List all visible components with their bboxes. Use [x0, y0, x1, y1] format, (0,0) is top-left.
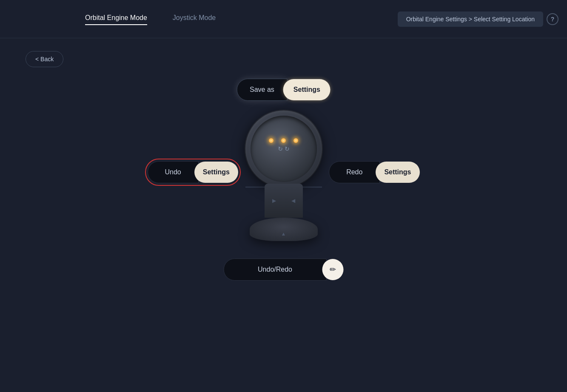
- nav-tabs: Orbital Engine Mode Joystick Mode: [85, 14, 216, 24]
- tab-orbital-engine-mode[interactable]: Orbital Engine Mode: [85, 14, 147, 24]
- joystick-neck: ▶ ◀: [265, 184, 303, 218]
- joystick-control-area: Save as Settings ↺ ↻: [135, 77, 433, 298]
- undo-settings-button[interactable]: Undo Settings: [148, 161, 238, 183]
- save-as-settings-label: Settings: [283, 79, 331, 100]
- joystick-base: ▲: [250, 218, 318, 241]
- arrow-right-curve: ↻: [285, 145, 290, 152]
- undo-redo-label: Undo/Redo: [223, 258, 327, 281]
- main-content: < Back Save as Settings: [0, 38, 567, 392]
- joystick-light-right: [293, 138, 298, 143]
- breadcrumb-area: Orbital Engine Settings > Select Setting…: [398, 11, 558, 27]
- help-icon[interactable]: ?: [547, 13, 558, 25]
- joystick-lights: [245, 138, 322, 143]
- joystick-visual: ↺ ↻ ▶ ◀ ▲: [237, 111, 331, 247]
- undo-label: Undo: [148, 161, 199, 183]
- joystick-light-center: [281, 138, 286, 143]
- side-arrow-left-icon: ▶: [272, 198, 276, 204]
- breadcrumb-text: Orbital Engine Settings > Select Setting…: [406, 16, 535, 23]
- save-as-label: Save as: [236, 79, 288, 101]
- joystick-cap: ↺ ↻: [245, 111, 322, 187]
- undo-redo-icon: ✏: [322, 259, 344, 280]
- undo-settings-label: Settings: [194, 162, 238, 183]
- save-as-settings-button[interactable]: Save as Settings: [236, 79, 331, 101]
- arrow-left-curve: ↺: [278, 145, 283, 152]
- top-navigation: Orbital Engine Mode Joystick Mode Orbita…: [0, 0, 567, 38]
- redo-settings-label: Settings: [376, 162, 419, 183]
- redo-label: Redo: [329, 161, 380, 183]
- joystick-light-left: [269, 138, 274, 143]
- back-button[interactable]: < Back: [26, 51, 63, 67]
- joystick-arrows: ↺ ↻: [278, 145, 290, 152]
- undo-redo-bottom-button[interactable]: Undo/Redo ✏: [223, 258, 344, 281]
- breadcrumb: Orbital Engine Settings > Select Setting…: [398, 11, 543, 27]
- tab-joystick-mode[interactable]: Joystick Mode: [173, 14, 216, 24]
- redo-settings-button[interactable]: Redo Settings: [329, 161, 419, 183]
- side-arrow-right-icon: ◀: [291, 198, 295, 204]
- bottom-arrow-icon: ▲: [281, 231, 286, 237]
